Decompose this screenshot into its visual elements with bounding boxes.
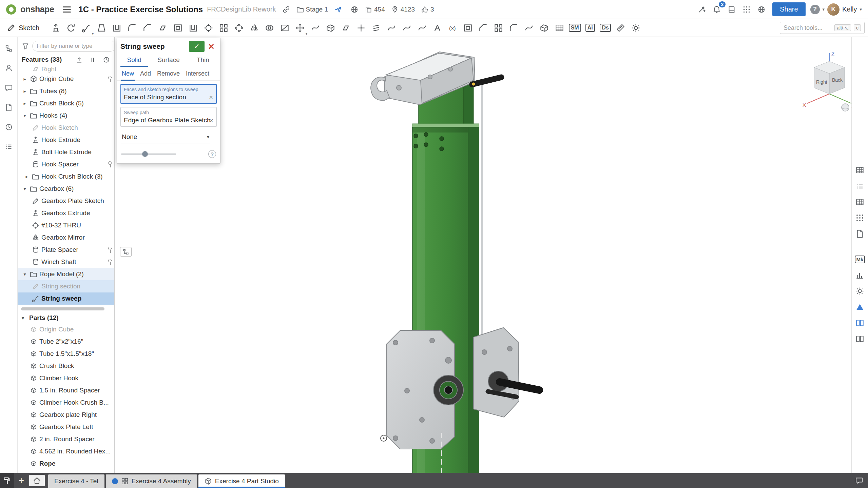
mirror[interactable] xyxy=(247,20,262,36)
feature-row[interactable]: ▸ Tubes (8) xyxy=(18,85,114,97)
hem[interactable] xyxy=(521,20,537,36)
help-chat-icon[interactable] xyxy=(850,473,868,488)
feature-row[interactable]: ▸ Crush Block (5) xyxy=(18,97,114,109)
type-tab[interactable]: Thin xyxy=(186,54,220,67)
parts-header[interactable]: ▾ Parts (12) xyxy=(18,312,114,323)
boolean-tab[interactable]: Add xyxy=(137,68,154,80)
cancel-button[interactable]: × xyxy=(206,41,217,52)
loft[interactable] xyxy=(94,20,109,36)
app-panel-icon[interactable] xyxy=(855,213,865,223)
feature-row[interactable]: String section xyxy=(18,280,114,292)
expand-caret[interactable]: ▸ xyxy=(22,88,28,94)
help-icon[interactable]: ? xyxy=(810,5,820,14)
fit-spline[interactable] xyxy=(384,20,399,36)
feature-row[interactable]: ▸ Hook Crush Block (3) xyxy=(18,170,114,183)
part-row[interactable]: Origin Cube xyxy=(18,323,114,336)
measure[interactable] xyxy=(613,20,628,36)
document-outline-icon[interactable] xyxy=(3,42,15,55)
type-tab[interactable]: Surface xyxy=(151,54,186,67)
custom-ai[interactable]: Ai xyxy=(582,20,598,36)
clear-selection-icon[interactable]: × xyxy=(209,94,213,101)
learning-center-icon[interactable] xyxy=(726,3,738,16)
shell[interactable] xyxy=(186,20,201,36)
help-chevron-icon[interactable]: ▾ xyxy=(823,7,825,12)
feature-statistics-icon[interactable] xyxy=(855,270,865,280)
origin-marker[interactable] xyxy=(381,435,387,441)
project-curve[interactable] xyxy=(399,20,414,36)
view-options-button[interactable]: ▾ xyxy=(842,104,851,111)
expand-caret[interactable]: ▾ xyxy=(22,113,28,118)
feature-row[interactable]: Hook Spacer xyxy=(18,158,114,170)
selection-field[interactable]: Sweep path Edge of Gearbox Plate Sketch … xyxy=(120,107,217,127)
feature-row[interactable]: ▾ Hooks (4) xyxy=(18,109,114,122)
boolean-tab[interactable]: Intersect xyxy=(183,68,212,80)
copies-count[interactable]: 454 xyxy=(365,6,385,13)
featurescript-panel-icon[interactable] xyxy=(855,286,865,296)
link-icon[interactable] xyxy=(280,3,292,16)
part-row[interactable]: Rope xyxy=(18,458,114,470)
insert-feature-icon[interactable] xyxy=(75,56,83,64)
custom-sheet-metal[interactable]: SM xyxy=(567,20,582,36)
feature-row[interactable]: ▸ Origin Cube xyxy=(18,73,114,85)
clear-selection-icon[interactable]: × xyxy=(209,117,213,124)
rollback-bar-toggle[interactable] xyxy=(120,247,132,257)
gearbox-assembly[interactable] xyxy=(387,328,519,449)
part-row[interactable]: Tube 1.5"x1.5"x18" xyxy=(18,348,114,360)
rollback-history-icon[interactable] xyxy=(102,56,110,64)
custom-tables-icon[interactable] xyxy=(855,197,865,207)
document-properties-icon[interactable] xyxy=(3,101,15,114)
feature-row[interactable]: ▾ Rope Model (2) xyxy=(18,268,114,280)
properties-panel-icon[interactable] xyxy=(855,229,865,239)
expand-caret[interactable]: ▸ xyxy=(22,76,28,82)
app-store-icon[interactable] xyxy=(740,3,753,16)
draft[interactable] xyxy=(155,20,170,36)
share-button[interactable]: Share xyxy=(772,2,805,16)
uses-count[interactable]: 4123 xyxy=(391,6,415,13)
expand-caret[interactable]: ▸ xyxy=(22,101,28,106)
gusset[interactable] xyxy=(476,20,491,36)
tab[interactable] xyxy=(491,20,506,36)
finish-sheet-metal[interactable] xyxy=(552,20,567,36)
part-row[interactable]: Gearbox Plate Left xyxy=(18,421,114,433)
feature-row[interactable]: String sweep xyxy=(18,292,114,305)
point[interactable] xyxy=(353,20,369,36)
tab-exercise-4-assembly[interactable]: Exercise 4 Assembly xyxy=(106,474,197,488)
type-tab[interactable]: Solid xyxy=(117,54,151,67)
user-avatar[interactable]: K xyxy=(827,3,840,16)
chevron-down-icon[interactable]: ▾ xyxy=(92,32,94,36)
flange[interactable] xyxy=(506,20,521,36)
expand-caret[interactable]: ▾ xyxy=(22,186,28,191)
feature-row[interactable]: Winch Shaft xyxy=(18,256,114,268)
helix[interactable] xyxy=(369,20,384,36)
version-history-icon[interactable] xyxy=(3,121,15,133)
part-row[interactable]: 4.562 in. Rounded Hex... xyxy=(18,445,114,458)
document-menu-icon[interactable] xyxy=(63,6,71,13)
compare-panel-icon[interactable] xyxy=(855,318,865,328)
parts-caret[interactable]: ▾ xyxy=(22,315,28,321)
features-scrollbar[interactable] xyxy=(21,307,111,310)
config-panel-icon[interactable] xyxy=(855,181,865,191)
add-tab-button[interactable]: + xyxy=(14,473,28,488)
sketch-button[interactable]: Sketch xyxy=(3,21,45,34)
viewport[interactable]: X Y Z Right Back ▾ xyxy=(115,37,851,473)
extrude[interactable] xyxy=(48,20,63,36)
view-cube[interactable]: X Y Z Right Back xyxy=(803,51,851,108)
frame[interactable] xyxy=(460,20,476,36)
text[interactable] xyxy=(430,20,445,36)
sweep[interactable]: ▾ xyxy=(79,20,94,36)
feature-row[interactable]: Bolt Hole Extrude xyxy=(18,146,114,158)
accept-button[interactable]: ✓ xyxy=(189,41,205,52)
likes-count[interactable]: 3 xyxy=(421,6,434,13)
part-row[interactable]: Climber Hook Crush B... xyxy=(18,396,114,409)
slider-thumb[interactable] xyxy=(142,151,148,157)
filter-funnel-icon[interactable] xyxy=(22,42,29,50)
part-row[interactable]: Climber Hook xyxy=(18,372,114,384)
feature-row[interactable]: #10-32 THRU xyxy=(18,219,114,231)
sheet-metal-model[interactable] xyxy=(537,20,552,36)
plane[interactable] xyxy=(338,20,353,36)
release-notes-icon[interactable] xyxy=(3,141,15,153)
boolean[interactable] xyxy=(262,20,277,36)
chamfer[interactable] xyxy=(140,20,155,36)
markup-panel-icon[interactable]: Mk xyxy=(855,254,865,264)
boolean-tab[interactable]: Remove xyxy=(154,68,182,80)
